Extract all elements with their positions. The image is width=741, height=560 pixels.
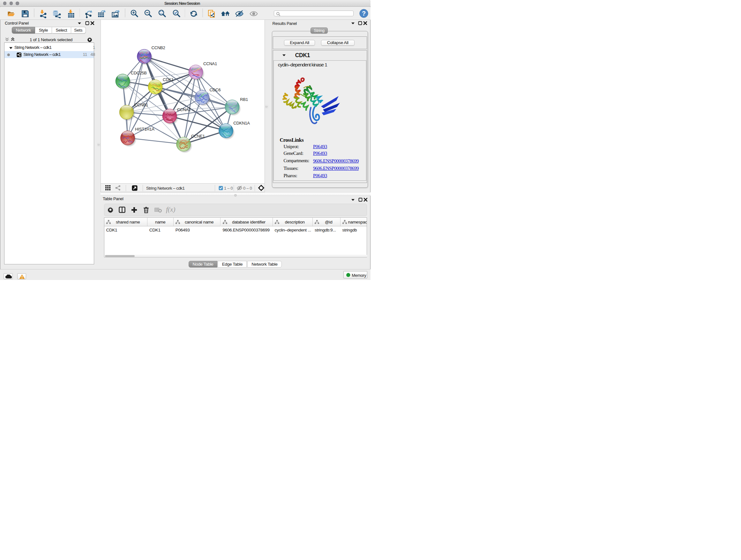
svg-text:?: ? — [362, 10, 366, 17]
